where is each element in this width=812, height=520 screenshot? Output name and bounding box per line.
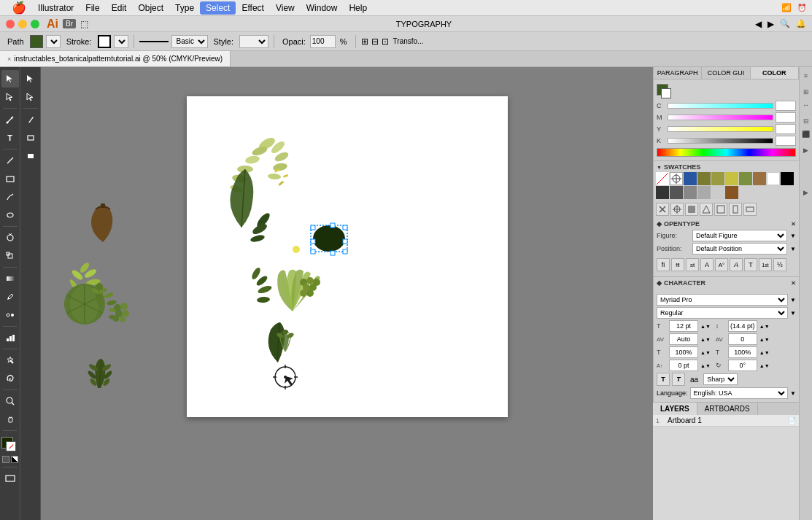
swatch-action-2[interactable]	[670, 203, 684, 216]
type-tool[interactable]: T	[1, 129, 19, 147]
layer-row-1[interactable]: 1 Artboard 1 📄	[653, 415, 799, 427]
figure-select[interactable]: Default Figure	[692, 230, 787, 241]
maximize-window-button[interactable]	[31, 20, 39, 28]
expand-icon-3[interactable]: ↔	[800, 99, 812, 111]
swatch-olive2[interactable]	[711, 172, 724, 185]
search-button[interactable]: 🔍	[780, 19, 790, 28]
k-value-input[interactable]	[776, 136, 796, 146]
swatch-action-1[interactable]	[656, 203, 669, 216]
tracking-arrows[interactable]: ▲▼	[759, 337, 770, 342]
sub-fill-tool[interactable]	[22, 147, 39, 165]
menu-window[interactable]: Window	[301, 1, 344, 15]
sub-rect-tool[interactable]	[22, 129, 39, 147]
italic-button[interactable]: T	[672, 373, 685, 386]
swatch-gray1[interactable]	[656, 186, 669, 199]
swatch-action-6[interactable]	[729, 203, 742, 216]
m-slider[interactable]	[668, 115, 773, 120]
font-family-select[interactable]: Myriad Pro	[657, 294, 788, 306]
menu-edit[interactable]: Edit	[106, 1, 133, 15]
transform-icon[interactable]: ⊞	[361, 36, 368, 47]
swatch-olive1[interactable]	[697, 172, 711, 185]
c-slider[interactable]	[668, 103, 773, 109]
font-style-select[interactable]: Regular	[657, 307, 788, 319]
opacity-input[interactable]	[310, 35, 336, 48]
kerning-arrows[interactable]: ▲▼	[700, 337, 711, 342]
direct-selection-tool[interactable]	[1, 88, 19, 106]
swatch-action-7[interactable]	[743, 203, 757, 216]
layout-button[interactable]: ⬚	[80, 19, 88, 29]
menu-object[interactable]: Object	[132, 1, 169, 15]
figure-dropdown-icon[interactable]: ▼	[790, 233, 796, 239]
font-size-arrows[interactable]: ▲▼	[700, 324, 711, 329]
baseline-arrows[interactable]: ▲▼	[700, 363, 711, 368]
menu-type[interactable]: Type	[169, 1, 200, 15]
expand-icon-6[interactable]: ▶	[800, 144, 812, 156]
swatch-gray5[interactable]	[711, 186, 724, 199]
color-mode-btn[interactable]	[2, 456, 9, 463]
swatch-green1[interactable]	[739, 172, 752, 185]
h-scale-arrows[interactable]: ▲▼	[700, 350, 711, 355]
align-icon[interactable]: ⊟	[371, 36, 379, 47]
font-style-dropdown[interactable]: ▼	[790, 310, 796, 317]
bold-button[interactable]: T	[657, 373, 670, 386]
lasso-tool[interactable]	[1, 370, 19, 387]
stroke-color-box[interactable]	[98, 35, 111, 48]
swatch-gray2[interactable]	[670, 186, 683, 199]
ot-A1[interactable]: A	[700, 258, 714, 271]
swatch-white1[interactable]	[767, 172, 780, 185]
notification-button[interactable]: 🔔	[796, 19, 806, 28]
color-gui-tab[interactable]: COLOR GUI	[702, 67, 750, 79]
magic-wand-tool[interactable]	[1, 352, 19, 369]
swatch-blue1[interactable]	[684, 172, 697, 185]
y-value-input[interactable]	[776, 124, 796, 134]
none-mode-btn[interactable]	[11, 456, 18, 463]
color-spectrum[interactable]	[657, 148, 796, 157]
language-select[interactable]: English: USA	[690, 387, 789, 399]
ot-T[interactable]: T	[744, 258, 757, 271]
sub-knife-tool[interactable]	[22, 111, 39, 128]
character-title[interactable]: ◆ CHARACTER ✕	[654, 277, 799, 289]
font-size-input[interactable]	[669, 320, 698, 332]
rotation-arrows[interactable]: ▲▼	[759, 363, 770, 368]
baseline-input[interactable]	[669, 360, 698, 371]
stroke-style-select[interactable]: Basic	[171, 35, 208, 48]
layers-tab[interactable]: LAYERS	[653, 403, 697, 415]
rotation-input[interactable]	[728, 360, 757, 371]
expand-icon-2[interactable]: ⊞	[800, 86, 812, 98]
kerning-input[interactable]	[669, 333, 698, 345]
language-dropdown[interactable]: ▼	[790, 390, 796, 397]
paragraph-tab[interactable]: PARAGRAPH	[654, 67, 702, 79]
menu-illustrator[interactable]: Illustrator	[32, 1, 80, 15]
swatch-brown2[interactable]	[725, 186, 738, 199]
ot-1st[interactable]: 1st	[759, 258, 772, 271]
swatch-gray3[interactable]	[684, 186, 697, 199]
screen-mode-btn[interactable]	[1, 470, 19, 487]
document-tab[interactable]: × instructables_botanicalpatterntutorial…	[0, 51, 231, 66]
close-window-button[interactable]	[6, 20, 15, 28]
fill-select[interactable]	[46, 35, 61, 48]
ot-A3[interactable]: A	[730, 258, 743, 271]
position-dropdown-icon[interactable]: ▼	[790, 246, 796, 252]
line-tool[interactable]	[1, 152, 19, 169]
color-tab[interactable]: COLOR	[751, 67, 799, 79]
sub-direct-tool[interactable]	[22, 88, 39, 106]
expand-icon-5[interactable]: ⬛	[800, 128, 812, 140]
swatch-action-4[interactable]	[700, 203, 713, 216]
menu-effect[interactable]: Effect	[236, 1, 269, 15]
k-slider[interactable]	[668, 138, 773, 144]
v-scale-input[interactable]	[728, 346, 757, 358]
rotate-tool[interactable]	[1, 229, 19, 247]
menu-select[interactable]: Select	[200, 1, 236, 15]
scale-tool[interactable]	[1, 247, 19, 265]
swatch-brown1[interactable]	[753, 172, 766, 185]
apple-menu[interactable]: 🍎	[6, 0, 32, 16]
expand-icon-7[interactable]: ▶	[800, 187, 812, 198]
ot-fi[interactable]: fi	[657, 258, 670, 271]
minimize-window-button[interactable]	[18, 20, 27, 28]
style-select[interactable]	[239, 35, 268, 48]
opentype-title[interactable]: ◆ OPENTYPE ✕	[657, 220, 796, 228]
v-scale-arrows[interactable]: ▲▼	[759, 350, 770, 355]
column-graph-tool[interactable]	[1, 329, 19, 346]
y-slider[interactable]	[668, 126, 773, 132]
h-scale-input[interactable]	[669, 346, 698, 358]
